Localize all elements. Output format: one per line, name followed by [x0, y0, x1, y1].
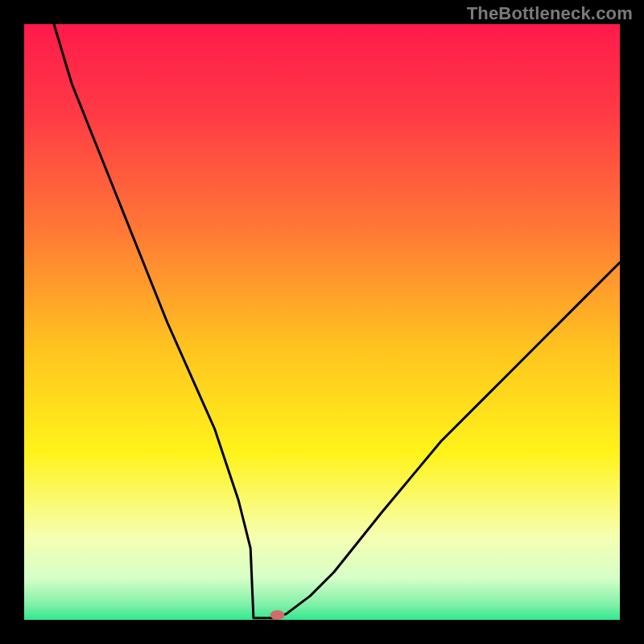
minimum-marker: [270, 610, 285, 620]
chart-frame: TheBottleneck.com: [0, 0, 644, 644]
bottleneck-plot: [0, 0, 644, 644]
plot-background: [24, 24, 620, 620]
